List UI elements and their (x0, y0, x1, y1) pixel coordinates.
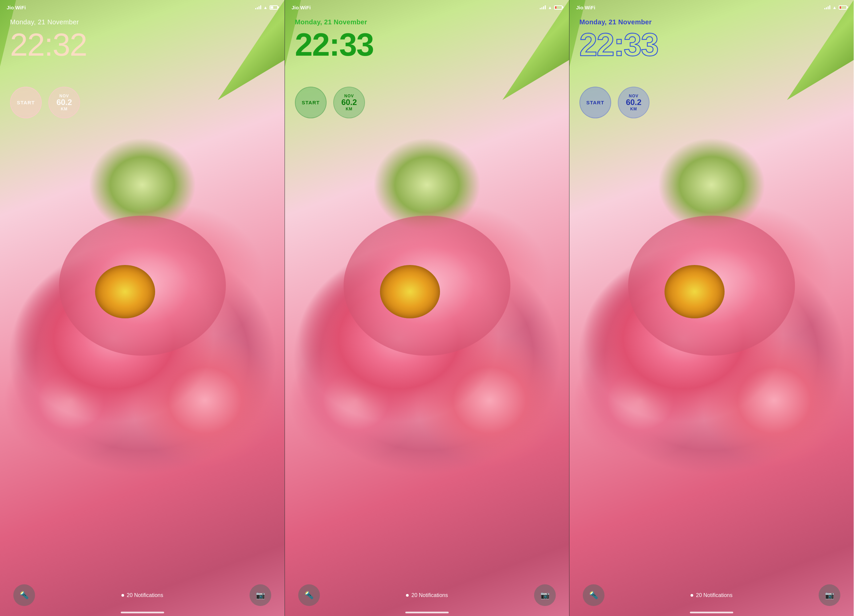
camera-button-3[interactable]: 📷 (819, 584, 840, 606)
flashlight-icon-1: 🔦 (20, 591, 29, 600)
widget-km-value-3: 60.2 (626, 98, 642, 106)
notification-dot-2 (406, 594, 409, 597)
status-bar-2: Jio WiFi ▲ (285, 0, 569, 15)
battery-icon-1 (270, 5, 278, 10)
home-indicator-1 (121, 611, 164, 613)
widget-start-3[interactable]: START (580, 87, 611, 118)
widget-start-label-3: START (586, 100, 604, 105)
flashlight-icon-2: 🔦 (305, 591, 314, 600)
date-label-3: Monday, 21 November (580, 18, 844, 26)
battery-icon-3 (839, 5, 847, 10)
notifications-2[interactable]: 20 Notifications (406, 592, 448, 598)
phone-screen-1: Jio WiFi ▲ Monday, 21 November 22:32 STA… (0, 0, 285, 616)
time-display-3: 22:33 (580, 29, 844, 61)
wifi-icon-1: ▲ (263, 5, 268, 10)
flashlight-button-2[interactable]: 🔦 (298, 584, 320, 606)
home-indicator-3 (690, 611, 733, 613)
wifi-icon-3: ▲ (832, 5, 837, 10)
flashlight-icon-3: 🔦 (589, 591, 598, 600)
date-label-2: Monday, 21 November (295, 18, 559, 26)
home-indicator-2 (405, 611, 449, 613)
widgets-3: START NOV 60.2 KM (580, 87, 650, 118)
widgets-2: START NOV 60.2 KM (295, 87, 365, 118)
bottom-bar-2: 🔦 20 Notifications 📷 (285, 584, 569, 606)
phone-screen-3: Jio WiFi ▲ Monday, 21 November 22:33 STA… (569, 0, 854, 616)
camera-icon-3: 📷 (825, 591, 834, 600)
camera-icon-2: 📷 (540, 591, 549, 600)
status-icons-3: ▲ (824, 5, 847, 10)
notification-text-1: 20 Notifications (127, 592, 163, 598)
phone-screen-2: Jio WiFi ▲ Monday, 21 November 22:33 STA… (285, 0, 569, 616)
time-display-1: 22:32 (10, 29, 274, 61)
date-time-3: Monday, 21 November 22:33 (569, 18, 854, 61)
bottom-bar-3: 🔦 20 Notifications 📷 (569, 584, 854, 606)
carrier-1: Jio WiFi (7, 5, 26, 10)
widget-km-unit-3: KM (630, 107, 637, 111)
battery-icon-2 (554, 5, 563, 10)
date-label-1: Monday, 21 November (10, 18, 274, 26)
signal-icon-2 (540, 5, 546, 9)
widget-start-2[interactable]: START (295, 87, 326, 118)
status-icons-2: ▲ (540, 5, 563, 10)
widget-start-label-1: START (17, 100, 35, 105)
carrier-2: Jio WiFi (291, 5, 311, 10)
widget-km-value-2: 60.2 (341, 98, 357, 106)
notification-dot-1 (121, 594, 124, 597)
signal-icon-3 (824, 5, 830, 9)
date-time-2: Monday, 21 November 22:33 (285, 18, 569, 61)
notification-text-2: 20 Notifications (411, 592, 448, 598)
notification-text-3: 20 Notifications (696, 592, 732, 598)
widget-km-2[interactable]: NOV 60.2 KM (333, 87, 365, 118)
camera-button-1[interactable]: 📷 (250, 584, 271, 606)
widget-start-label-2: START (302, 100, 320, 105)
widget-km-value-1: 60.2 (56, 98, 72, 106)
carrier-3: Jio WiFi (576, 5, 595, 10)
bottom-bar-1: 🔦 20 Notifications 📷 (0, 584, 285, 606)
camera-button-2[interactable]: 📷 (534, 584, 556, 606)
widgets-1: START NOV 60.2 KM (10, 87, 80, 118)
status-bar-3: Jio WiFi ▲ (569, 0, 854, 15)
date-time-1: Monday, 21 November 22:32 (0, 18, 285, 61)
widget-km-unit-2: KM (346, 107, 352, 111)
time-display-2: 22:33 (295, 29, 559, 61)
flashlight-button-1[interactable]: 🔦 (13, 584, 35, 606)
widget-km-unit-1: KM (61, 107, 68, 111)
wifi-icon-2: ▲ (548, 5, 552, 10)
status-icons-1: ▲ (255, 5, 278, 10)
widget-km-3[interactable]: NOV 60.2 KM (618, 87, 650, 118)
widget-km-1[interactable]: NOV 60.2 KM (48, 87, 80, 118)
notifications-1[interactable]: 20 Notifications (121, 592, 163, 598)
flashlight-button-3[interactable]: 🔦 (583, 584, 604, 606)
notification-dot-3 (691, 594, 693, 597)
camera-icon-1: 📷 (256, 591, 265, 600)
status-bar-1: Jio WiFi ▲ (0, 0, 285, 15)
widget-start-1[interactable]: START (10, 87, 42, 118)
signal-icon-1 (255, 5, 261, 9)
notifications-3[interactable]: 20 Notifications (691, 592, 732, 598)
